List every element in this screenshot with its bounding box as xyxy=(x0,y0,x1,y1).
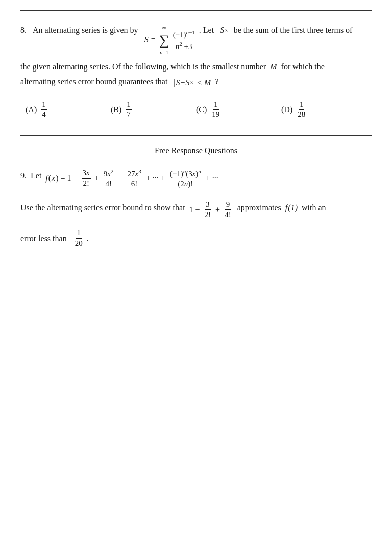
q8-numer-exp: n−1 xyxy=(186,29,195,35)
q9-fx: f(x) = 1 − 3x 2! + 9x2 4! − 27x3 6! + ··… xyxy=(45,168,218,189)
q9-term2: 9x2 4! xyxy=(103,168,115,189)
q9-error-denom: 20 xyxy=(74,239,84,249)
q9-error-fraction: 1 20 xyxy=(74,228,84,249)
question-9-use: Use the alternating series error bound t… xyxy=(20,200,372,220)
choice-C-numer: 1 xyxy=(213,100,219,110)
choice-A-numer: 1 xyxy=(41,100,47,110)
choice-C-fraction: 1 19 xyxy=(211,100,220,120)
q9-term3: 27x3 6! xyxy=(127,168,142,189)
q8-sum-bottom: n=1 xyxy=(160,48,168,58)
q8-equals: = xyxy=(149,33,158,48)
q8-S3-label: S xyxy=(220,23,224,38)
q9-approx-frac1: 3 2! xyxy=(204,200,212,220)
free-response-title: Free Response Questions xyxy=(20,146,372,155)
q9-approx-frac2: 9 4! xyxy=(224,200,232,220)
q9-error-prefix: error less than xyxy=(20,230,67,247)
answer-choices: (A) 1 4 (B) 1 7 (C) 1 19 (D) 1 28 xyxy=(20,100,372,120)
q8-S3: S3 xyxy=(220,23,228,38)
q9-let: Let xyxy=(31,168,41,184)
q8-summation: ∞ ∑ n=1 xyxy=(159,23,169,58)
mid-divider xyxy=(20,135,372,136)
q9-term1: 3x 2! xyxy=(82,168,91,188)
choice-B-fraction: 1 7 xyxy=(126,100,132,120)
choice-C: (C) 1 19 xyxy=(196,100,281,120)
q8-series-start: S = ∞ ∑ n=1 (−1)n−1 n2 +3 xyxy=(144,23,197,58)
q9-approx-expr: 1 − 3 2! + 9 4! xyxy=(189,200,233,220)
q8-line1-prefix: An alternating series is given by xyxy=(33,23,138,38)
q8-S3-sub: 3 xyxy=(225,26,228,36)
choice-A-denom: 4 xyxy=(41,110,47,120)
q9-gen-term: (−1)n(3x)n (2n)! xyxy=(169,168,202,189)
choice-D-label: (D) xyxy=(281,105,292,114)
choice-B: (B) 1 7 xyxy=(111,100,196,120)
q8-line1-mid: be the sum of the first three terms of xyxy=(234,23,353,38)
choice-D: (D) 1 28 xyxy=(281,100,366,120)
choice-B-denom: 7 xyxy=(126,110,132,120)
question-8-line2: the given alternating series. Of the fol… xyxy=(20,60,372,74)
q8-line3-suffix: ? xyxy=(213,77,218,86)
choice-D-denom: 28 xyxy=(297,110,306,120)
choice-D-numer: 1 xyxy=(299,100,305,110)
q8-denom-exp: 2 xyxy=(179,41,182,47)
q9-f1: f(1) xyxy=(285,200,298,216)
question-9-error: error less than 1 20 . xyxy=(20,228,372,249)
choice-C-label: (C) xyxy=(196,105,207,114)
q9-use-prefix: Use the alternating series error bound t… xyxy=(20,200,185,216)
choice-A-label: (A) xyxy=(26,105,37,114)
choice-B-label: (B) xyxy=(111,105,121,114)
q8-abs-expr: |S − S3| ≤ M xyxy=(174,76,211,89)
q8-number: 8. xyxy=(20,23,27,38)
choice-C-denom: 19 xyxy=(211,110,220,120)
q8-fraction-denom: n2 +3 xyxy=(175,40,193,52)
choice-B-numer: 1 xyxy=(126,100,132,110)
q8-fraction-numer: (−1)n−1 xyxy=(172,29,196,41)
q9-number: 9. xyxy=(20,168,27,184)
q8-line1-suffix: . Let xyxy=(199,23,214,38)
choice-D-fraction: 1 28 xyxy=(297,100,306,120)
choice-A: (A) 1 4 xyxy=(26,100,111,120)
q9-period: . xyxy=(87,230,89,247)
question-8-line1: 8. An alternating series is given by S =… xyxy=(20,23,372,58)
top-divider xyxy=(20,10,372,11)
question-8: 8. An alternating series is given by S =… xyxy=(20,23,372,120)
q9-approximates: approximates xyxy=(237,200,281,216)
q9-with-an: with an xyxy=(302,200,326,216)
q8-fraction: (−1)n−1 n2 +3 xyxy=(172,29,196,52)
choice-A-fraction: 1 4 xyxy=(41,100,47,120)
q8-abs-sub: 3 xyxy=(190,78,193,87)
question-8-line3: alternating series error bound guarantee… xyxy=(20,75,372,89)
q9-error-numer: 1 xyxy=(76,228,82,239)
question-9: 9. Let f(x) = 1 − 3x 2! + 9x2 4! − 27x3 … xyxy=(20,168,372,249)
q8-sum-top: ∞ xyxy=(162,23,166,33)
q8-line3-prefix: alternating series error bound guarantee… xyxy=(20,77,172,86)
q8-sigma: ∑ xyxy=(159,33,169,48)
q8-S-label: S xyxy=(144,33,149,48)
q8-line2-text: the given alternating series. Of the fol… xyxy=(20,62,325,71)
question-9-def: 9. Let f(x) = 1 − 3x 2! + 9x2 4! − 27x3 … xyxy=(20,168,372,189)
